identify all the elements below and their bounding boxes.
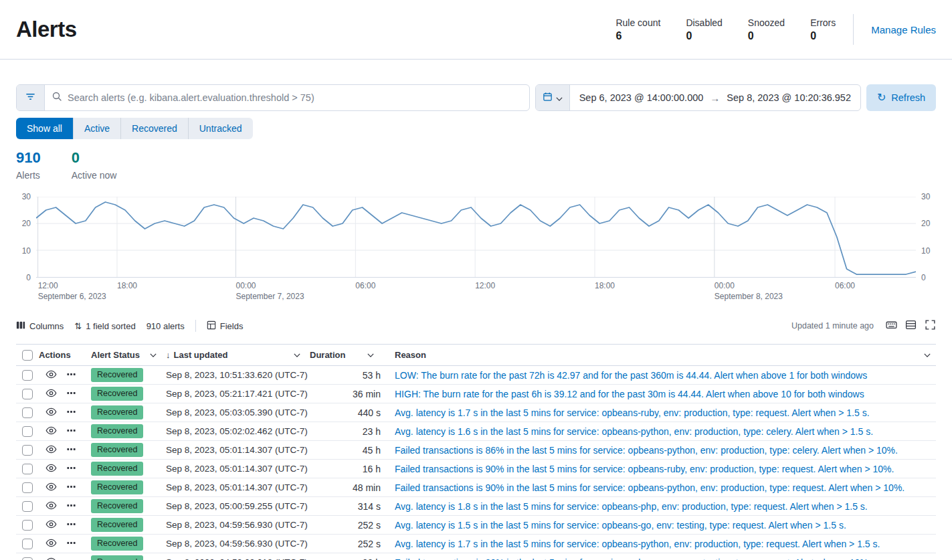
row-checkbox[interactable] xyxy=(22,539,33,549)
last-updated-cell: Sep 8, 2023, 05:03:05.390 (UTC-7) xyxy=(166,407,310,417)
view-alert-button[interactable] xyxy=(45,406,57,419)
keyboard-shortcuts-button[interactable] xyxy=(886,319,897,333)
col-last-updated[interactable]: ↓ Last updated xyxy=(166,350,310,360)
keyboard-icon xyxy=(886,319,897,333)
status-badge: Recovered xyxy=(91,405,143,419)
status-badge: Recovered xyxy=(91,462,143,476)
sort-fields-button[interactable]: ⇅ 1 field sorted xyxy=(74,321,135,331)
fields-button[interactable]: Fields xyxy=(207,320,244,332)
refresh-button[interactable]: ↻ Refresh xyxy=(866,84,936,111)
eye-icon xyxy=(45,556,57,560)
stat-value: 0 xyxy=(748,30,785,42)
filter-button[interactable] xyxy=(17,85,45,110)
ellipsis-icon xyxy=(66,463,76,475)
row-checkbox[interactable] xyxy=(22,445,33,456)
row-actions-button[interactable] xyxy=(66,369,76,381)
search-icon xyxy=(52,91,62,104)
view-alert-button[interactable] xyxy=(45,387,57,401)
row-checkbox[interactable] xyxy=(22,407,33,418)
eye-icon xyxy=(45,481,57,494)
search-group xyxy=(16,84,530,111)
manage-rules-link[interactable]: Manage Rules xyxy=(871,24,936,35)
reason-link[interactable]: LOW: The burn rate for the past 72h is 4… xyxy=(395,370,919,381)
row-actions-button[interactable] xyxy=(66,482,76,494)
col-actions: Actions xyxy=(39,350,91,360)
view-alert-button[interactable] xyxy=(45,556,57,560)
status-badge: Recovered xyxy=(91,480,143,494)
reason-link[interactable]: Avg. latency is 1.7 s in the last 5 mins… xyxy=(395,539,919,549)
columns-button[interactable]: Columns xyxy=(16,320,64,332)
chevron-down-icon xyxy=(556,92,563,104)
row-actions-button[interactable] xyxy=(66,557,76,560)
view-alert-button[interactable] xyxy=(45,500,57,513)
ellipsis-icon xyxy=(66,426,76,438)
row-checkbox[interactable] xyxy=(22,482,33,493)
row-actions-button[interactable] xyxy=(66,519,76,531)
refresh-label: Refresh xyxy=(891,92,925,103)
date-picker-toggle[interactable] xyxy=(536,85,570,110)
duration-cell: 48 min xyxy=(310,482,383,493)
row-actions-button[interactable] xyxy=(66,426,76,438)
row-actions-button[interactable] xyxy=(66,538,76,550)
header-vertical-divider xyxy=(853,14,854,45)
stat-label: Rule count xyxy=(615,17,660,28)
reason-link[interactable]: Failed transactions is 86% in the last 5… xyxy=(395,445,919,456)
view-alert-button[interactable] xyxy=(45,462,57,476)
select-all-checkbox[interactable] xyxy=(22,350,33,361)
search-input[interactable] xyxy=(68,92,522,103)
ellipsis-icon xyxy=(66,500,76,512)
tab-active[interactable]: Active xyxy=(73,118,120,139)
row-checkbox[interactable] xyxy=(22,520,33,531)
row-checkbox[interactable] xyxy=(22,389,33,399)
row-actions-button[interactable] xyxy=(66,407,76,419)
stat-label: Errors xyxy=(810,17,836,28)
row-checkbox[interactable] xyxy=(22,370,33,381)
date-start[interactable]: Sep 6, 2023 @ 14:00:00.000 xyxy=(579,92,704,103)
view-alert-button[interactable] xyxy=(45,425,57,438)
view-alert-button[interactable] xyxy=(45,537,57,551)
arrow-right-icon: → xyxy=(710,92,720,104)
sort-desc-icon: ↓ xyxy=(166,350,171,360)
page-title: Alerts xyxy=(16,17,77,42)
col-duration[interactable]: Duration xyxy=(310,350,383,360)
row-checkbox[interactable] xyxy=(22,464,33,474)
reason-link[interactable]: Avg. latency is 1.8 s in the last 5 mins… xyxy=(395,501,919,512)
last-updated-cell: Sep 8, 2023, 05:00:59.255 (UTC-7) xyxy=(166,501,310,511)
chart-y-axis-left: 0102030 xyxy=(16,197,36,278)
reason-link[interactable]: Failed transactions is 80% in the last 5… xyxy=(395,557,919,560)
tab-untracked[interactable]: Untracked xyxy=(188,118,253,139)
view-alert-button[interactable] xyxy=(45,519,57,532)
reason-link[interactable]: Avg. latency is 1.5 s in the last 5 mins… xyxy=(395,520,919,531)
row-actions-button[interactable] xyxy=(66,500,76,512)
tab-recovered[interactable]: Recovered xyxy=(120,118,188,139)
row-actions-button[interactable] xyxy=(66,388,76,400)
last-updated-cell: Sep 8, 2023, 05:01:14.307 (UTC-7) xyxy=(166,445,310,455)
fullscreen-icon xyxy=(925,319,936,333)
reason-link[interactable]: Avg. latency is 1.6 s in the last 5 mins… xyxy=(395,426,919,437)
reason-link[interactable]: Failed transactions is 90% in the last 5… xyxy=(395,482,919,493)
date-values: Sep 6, 2023 @ 14:00:00.000 → Sep 8, 2023… xyxy=(570,92,860,104)
table-row: Recovered Sep 8, 2023, 10:51:33.620 (UTC… xyxy=(16,366,936,385)
view-alert-button[interactable] xyxy=(45,444,57,457)
col-alert-status[interactable]: Alert Status xyxy=(91,350,166,360)
grid-options-button[interactable] xyxy=(919,353,936,357)
row-actions-button[interactable] xyxy=(66,444,76,456)
row-checkbox[interactable] xyxy=(22,557,33,560)
view-alert-button[interactable] xyxy=(45,481,57,494)
date-end[interactable]: Sep 8, 2023 @ 10:20:36.952 xyxy=(727,92,851,103)
display-options-button[interactable] xyxy=(905,319,917,333)
eye-icon xyxy=(45,425,57,438)
reason-link[interactable]: Avg. latency is 1.7 s in the last 5 mins… xyxy=(395,407,919,418)
stat-disabled: Disabled 0 xyxy=(686,17,722,42)
columns-label: Columns xyxy=(29,321,64,331)
row-checkbox[interactable] xyxy=(22,426,33,437)
row-checkbox[interactable] xyxy=(22,501,33,512)
reason-link[interactable]: HIGH: The burn rate for the past 6h is 3… xyxy=(395,389,919,399)
last-updated-cell: Sep 8, 2023, 05:21:17.421 (UTC-7) xyxy=(166,389,310,399)
last-updated-cell: Sep 8, 2023, 05:01:14.307 (UTC-7) xyxy=(166,482,310,492)
tab-show-all[interactable]: Show all xyxy=(16,118,73,139)
fullscreen-button[interactable] xyxy=(925,319,936,333)
row-actions-button[interactable] xyxy=(66,463,76,475)
reason-link[interactable]: Failed transactions is 90% in the last 5… xyxy=(395,464,919,474)
view-alert-button[interactable] xyxy=(45,369,57,382)
